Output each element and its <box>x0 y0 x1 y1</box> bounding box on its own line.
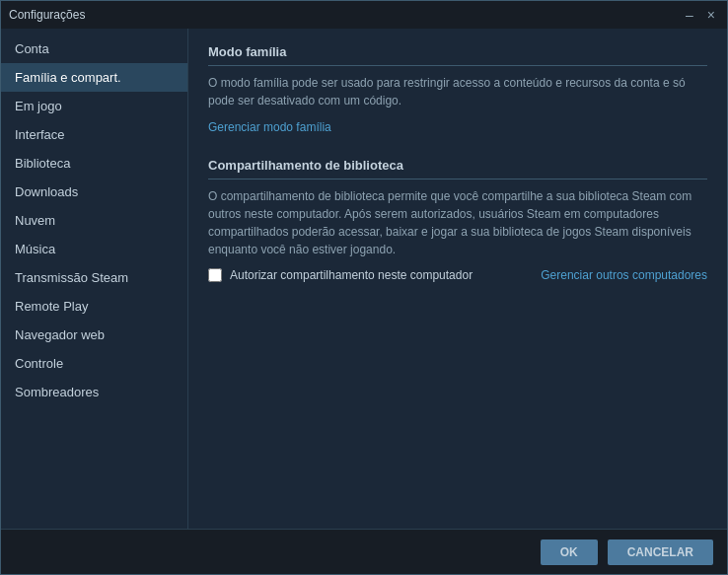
sidebar-item-familia[interactable]: Família e compart. <box>1 63 187 92</box>
manage-family-link[interactable]: Gerenciar modo família <box>208 120 331 134</box>
sidebar-item-biblioteca[interactable]: Biblioteca <box>1 149 187 178</box>
footer: OK CANCELAR <box>1 529 727 574</box>
sidebar-item-navegador[interactable]: Navegador web <box>1 321 187 349</box>
sidebar-item-nuvem[interactable]: Nuvem <box>1 206 187 235</box>
library-sharing-desc: O compartilhamento de biblioteca permite… <box>208 187 707 258</box>
settings-window: Configurações – × ContaFamília e compart… <box>0 0 728 575</box>
ok-button[interactable]: OK <box>541 539 598 565</box>
family-mode-title: Modo família <box>208 44 707 66</box>
cancel-button[interactable]: CANCELAR <box>608 539 713 565</box>
sidebar-item-remoteplay[interactable]: Remote Play <box>1 292 187 321</box>
manage-computers-link[interactable]: Gerenciar outros computadores <box>541 268 707 282</box>
library-sharing-row: Autorizar compartilhamento neste computa… <box>208 268 707 282</box>
sidebar-item-transmissao[interactable]: Transmissão Steam <box>1 263 187 292</box>
family-mode-desc: O modo família pode ser usado para restr… <box>208 74 707 109</box>
sidebar-item-controle[interactable]: Controle <box>1 349 187 378</box>
minimize-button[interactable]: – <box>682 8 697 22</box>
sidebar-item-interface[interactable]: Interface <box>1 120 187 149</box>
sidebar-item-downloads[interactable]: Downloads <box>1 178 187 206</box>
authorize-sharing-checkbox[interactable] <box>208 268 222 282</box>
titlebar: Configurações – × <box>1 1 727 29</box>
family-mode-section: Modo família O modo família pode ser usa… <box>208 44 707 134</box>
sidebar: ContaFamília e compart.Em jogoInterfaceB… <box>1 29 188 529</box>
authorize-sharing-label[interactable]: Autorizar compartilhamento neste computa… <box>208 268 473 282</box>
sidebar-item-sombreadores[interactable]: Sombreadores <box>1 378 187 406</box>
close-button[interactable]: × <box>703 8 719 22</box>
sidebar-item-conta[interactable]: Conta <box>1 35 187 63</box>
sidebar-item-musica[interactable]: Música <box>1 235 187 263</box>
library-sharing-title: Compartilhamento de biblioteca <box>208 158 707 180</box>
main-panel: Modo família O modo família pode ser usa… <box>188 29 727 529</box>
authorize-sharing-text: Autorizar compartilhamento neste computa… <box>230 268 473 282</box>
titlebar-controls: – × <box>682 8 719 22</box>
titlebar-title: Configurações <box>9 8 85 22</box>
library-sharing-section: Compartilhamento de biblioteca O compart… <box>208 158 707 282</box>
content-area: ContaFamília e compart.Em jogoInterfaceB… <box>1 29 727 529</box>
sidebar-item-emjogo[interactable]: Em jogo <box>1 92 187 120</box>
